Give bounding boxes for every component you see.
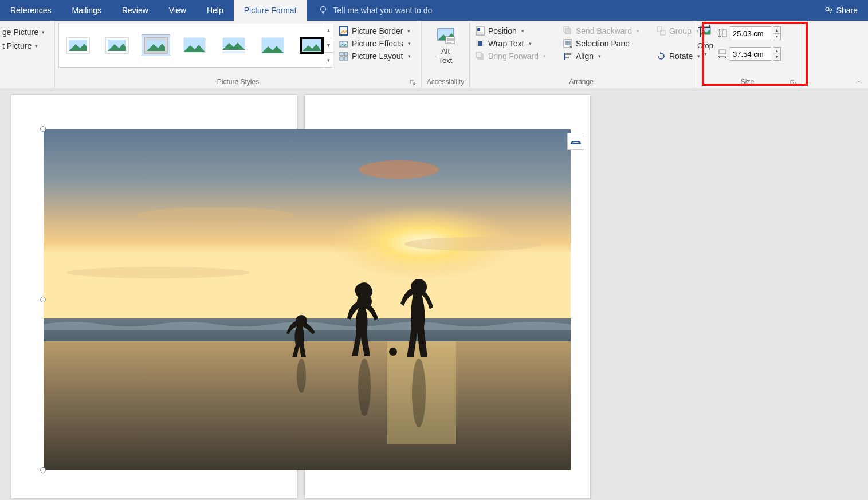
width-row: ▲ ▼ <box>717 47 781 61</box>
dropdown-caret-icon: ▾ <box>704 51 707 57</box>
width-spinner: ▲ ▼ <box>773 47 781 61</box>
width-input[interactable] <box>730 47 771 61</box>
wrap-text-icon <box>476 39 485 48</box>
dropdown-caret-icon: ▾ <box>408 53 411 59</box>
wrap-text-button[interactable]: Wrap Text ▾ <box>473 38 548 49</box>
tell-me-search[interactable]: Tell me what you want to do <box>307 0 444 21</box>
wrap-text-label: Wrap Text <box>488 39 524 48</box>
crop-label: Crop <box>697 41 713 50</box>
document-canvas[interactable] <box>0 88 868 500</box>
share-button[interactable]: Share <box>814 0 868 21</box>
svg-rect-25 <box>344 52 348 56</box>
svg-point-59 <box>389 348 397 356</box>
selection-handle-ml[interactable] <box>40 297 46 302</box>
tab-help[interactable]: Help <box>197 0 234 21</box>
width-spin-down[interactable]: ▼ <box>773 54 780 61</box>
svg-rect-16 <box>222 51 245 53</box>
tab-references[interactable]: References <box>0 0 62 21</box>
picture-layout-button[interactable]: Picture Layout ▾ <box>337 50 413 62</box>
group-adjust: ge Picture ▾ t Picture ▾ <box>0 21 55 88</box>
share-icon <box>824 6 833 15</box>
crop-button[interactable]: Crop ▾ <box>697 24 714 57</box>
bring-forward-label: Bring Forward <box>488 52 539 61</box>
tab-mailings[interactable]: Mailings <box>62 0 112 21</box>
position-label: Position <box>488 26 517 36</box>
ribbon-collapse-button[interactable]: ︿ <box>856 77 862 85</box>
width-icon <box>717 49 728 59</box>
group-arrange-label: Arrange <box>473 76 689 88</box>
change-picture-button[interactable]: ge Picture ▾ <box>0 26 47 38</box>
send-backward-button[interactable]: Send Backward ▾ <box>561 25 642 37</box>
style-simple-frame[interactable] <box>64 34 92 56</box>
dropdown-caret-icon: ▾ <box>598 53 601 59</box>
svg-point-52 <box>66 267 250 278</box>
dropdown-caret-icon: ▾ <box>42 29 45 35</box>
style-double-frame-black[interactable] <box>297 34 326 56</box>
group-accessibility-label: Accessibility <box>425 76 466 88</box>
alt-text-line1: Alt <box>441 47 450 56</box>
picture-layout-icon <box>339 52 348 61</box>
svg-rect-33 <box>478 41 482 46</box>
style-metal-frame[interactable] <box>142 34 170 56</box>
width-spin-up[interactable]: ▲ <box>773 48 780 54</box>
alt-text-button[interactable]: AltText <box>437 23 455 65</box>
picture-border-button[interactable]: Picture Border ▾ <box>337 25 413 37</box>
pages-container <box>11 95 590 498</box>
tab-view[interactable]: View <box>159 0 197 21</box>
ribbon: ge Picture ▾ t Picture ▾ <box>0 21 868 88</box>
layout-options-button[interactable] <box>567 133 584 150</box>
picture-border-label: Picture Border <box>352 26 403 36</box>
position-button[interactable]: Position ▾ <box>473 25 548 37</box>
size-dialog-launcher[interactable] <box>789 78 797 86</box>
align-label: Align <box>576 52 594 61</box>
tab-picture-format[interactable]: Picture Format <box>234 0 307 21</box>
height-input[interactable] <box>730 26 771 40</box>
picture-styles-gallery[interactable]: ▲ ▼ ▾ <box>58 23 333 68</box>
tell-me-label: Tell me what you want to do <box>333 6 433 15</box>
sunset-image <box>44 129 571 470</box>
selection-handle-bl[interactable] <box>40 467 46 473</box>
height-spin-up[interactable]: ▲ <box>773 27 780 33</box>
alt-text-icon <box>437 26 455 45</box>
dropdown-caret-icon: ▾ <box>529 41 532 46</box>
dropdown-caret-icon: ▾ <box>543 53 546 59</box>
selection-pane-button[interactable]: Selection Pane <box>561 38 642 49</box>
style-soft-edge[interactable] <box>258 34 287 56</box>
gallery-scroll-down[interactable]: ▼ <box>324 38 333 53</box>
dropdown-caret-icon: ▾ <box>408 41 411 46</box>
svg-rect-26 <box>340 57 343 60</box>
share-label: Share <box>836 6 858 15</box>
gallery-scroll: ▲ ▼ ▾ <box>324 23 333 67</box>
height-spin-down[interactable]: ▼ <box>773 33 780 40</box>
svg-point-0 <box>320 7 325 12</box>
picture-effects-button[interactable]: Picture Effects ▾ <box>337 38 413 49</box>
reset-picture-button[interactable]: t Picture ▾ <box>0 40 47 52</box>
bring-forward-button[interactable]: Bring Forward ▾ <box>473 50 548 62</box>
dropdown-caret-icon: ▾ <box>521 28 524 34</box>
align-button[interactable]: Align ▾ <box>561 50 642 62</box>
svg-point-49 <box>359 160 439 179</box>
group-icon <box>657 26 666 36</box>
send-backward-label: Send Backward <box>576 26 632 36</box>
change-picture-label: ge Picture <box>2 27 38 37</box>
alt-text-line2: Text <box>439 56 453 65</box>
gallery-expand[interactable]: ▾ <box>324 52 333 67</box>
tab-review[interactable]: Review <box>112 0 159 21</box>
svg-rect-27 <box>344 57 348 60</box>
style-beveled-matte[interactable] <box>103 34 131 56</box>
svg-point-60 <box>412 359 426 427</box>
reset-picture-label: t Picture <box>2 41 32 50</box>
align-icon <box>563 52 572 61</box>
selection-handle-tl[interactable] <box>40 126 46 132</box>
lightbulb-icon <box>319 6 328 15</box>
style-drop-shadow[interactable] <box>180 34 209 56</box>
picture-effects-label: Picture Effects <box>352 39 403 48</box>
gallery-scroll-up[interactable]: ▲ <box>324 23 333 38</box>
svg-rect-42 <box>661 30 665 35</box>
style-reflected-rounded[interactable] <box>219 34 248 56</box>
picture-styles-dialog-launcher[interactable] <box>409 78 417 86</box>
picture-styles-label-text: Picture Styles <box>217 78 259 86</box>
selection-pane-label: Selection Pane <box>576 39 630 48</box>
selected-picture[interactable] <box>44 129 571 470</box>
height-icon <box>717 28 728 38</box>
